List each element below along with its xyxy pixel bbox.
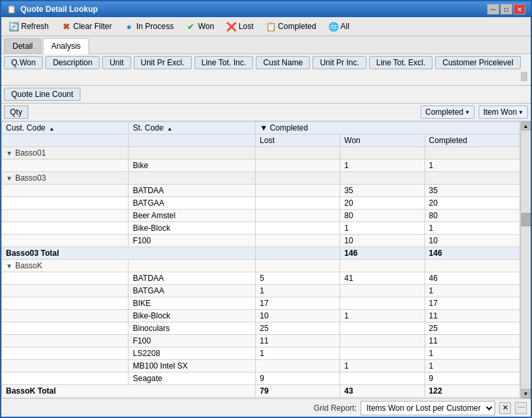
refresh-icon: 🔄 [9, 21, 19, 32]
table-row: BIKE 17 17 [2, 297, 520, 310]
lost-total-cell: 79 [255, 385, 340, 398]
tab-analysis[interactable]: Analysis [43, 38, 90, 54]
lost-cell [255, 172, 340, 185]
table-row: Bike 1 1 [2, 160, 520, 172]
won-cell [340, 172, 425, 185]
cust-code-cell [2, 210, 129, 222]
grid-report-dropdown[interactable]: Items Won or Lost per Customer Quote Sum… [361, 401, 495, 415]
col-header-completed[interactable]: Completed [425, 134, 519, 147]
col-header-st-code[interactable]: St. Code ▲ [129, 122, 255, 134]
cust-code-cell [2, 235, 129, 247]
cust-code-cell [2, 322, 129, 335]
table-row: LS2208 1 1 [2, 347, 520, 360]
cust-code-cell [2, 222, 129, 235]
in-process-icon: ● [124, 21, 134, 32]
expand-icon[interactable]: ▼ [6, 175, 13, 182]
sub-toolbar: Q.Won Description Unit Unit Pr Excl. Lin… [1, 54, 531, 86]
st-code-cell: Bike-Block [129, 310, 255, 322]
table-row: Beer Amstel 80 80 [2, 210, 520, 222]
quote-line-count-button[interactable]: Quote Line Count [4, 88, 80, 101]
cust-code-cell [2, 360, 129, 373]
col-header-won[interactable]: Won [340, 134, 425, 147]
table-row: BATDAA 35 35 [2, 185, 520, 197]
qty-label: Qty [4, 105, 28, 119]
in-process-button[interactable]: ● In Process [119, 19, 179, 34]
lost-button[interactable]: ❌ Lost [222, 19, 258, 34]
maximize-button[interactable]: □ [500, 4, 512, 15]
completed-filter-arrow-icon: ▼ [465, 109, 470, 115]
completed-filter-button[interactable]: Completed ▼ [421, 105, 475, 119]
all-button[interactable]: 🌐 All [324, 19, 354, 34]
completed-cell [425, 147, 519, 160]
cust-name-button[interactable]: Cust Name [256, 56, 310, 69]
unit-pr-excl-button[interactable]: Unit Pr Excl. [134, 56, 192, 69]
table-row: BATGAA 1 1 [2, 285, 520, 297]
completed-button[interactable]: 📋 Completed [261, 19, 321, 34]
col-header-cust-code[interactable]: Cust. Code ▲ [2, 122, 129, 134]
completed-total-cell: 122 [425, 385, 519, 398]
won-cell [340, 297, 425, 310]
line-tot-excl-button[interactable]: Line Tot. Excl. [369, 56, 432, 69]
all-icon: 🌐 [328, 21, 339, 32]
table-row: Binoculars 25 25 [2, 322, 520, 335]
scroll-up-button[interactable]: ▲ [521, 121, 531, 131]
grid-report-menu-button[interactable]: ⋯ [515, 402, 527, 414]
completed-cell: 80 [425, 210, 519, 222]
st-code-cell: BATGAA [129, 197, 255, 210]
grid-scroll[interactable]: Cust. Code ▲ St. Code ▲ ▼ Completed [1, 121, 520, 398]
unit-pr-incl-button[interactable]: Unit Pr Inc. [312, 56, 366, 69]
st-code-cell: BATDAA [129, 272, 255, 285]
col-header-st-code-spacer [129, 134, 255, 147]
won-button[interactable]: ✔ Won [181, 19, 218, 34]
qwon-button[interactable]: Q.Won [4, 56, 43, 69]
st-code-cell: Seagate [129, 373, 255, 385]
st-code-cell: Bike [129, 160, 255, 172]
lost-cell: 17 [255, 297, 340, 310]
table-row: MB100 Intel SX 1 1 [2, 360, 520, 373]
vertical-scrollbar[interactable]: ▲ ▼ [520, 121, 531, 398]
close-button[interactable]: ✕ [514, 4, 525, 15]
completed-cell: 1 [425, 360, 519, 373]
grid-report-label: Grid Report: [314, 403, 357, 413]
minimize-button[interactable]: ─ [487, 4, 499, 15]
unit-button[interactable]: Unit [102, 56, 131, 69]
lost-cell [255, 235, 340, 247]
completed-label: Completed [278, 22, 316, 31]
table-row: ▼Basso01 [2, 147, 520, 160]
won-total-cell: 146 [340, 247, 425, 260]
st-code-cell: F100 [129, 335, 255, 347]
won-cell: 80 [340, 210, 425, 222]
window-icon: 📋 [7, 5, 16, 14]
completed-cell: 1 [425, 285, 519, 297]
clear-filter-icon: ✖ [61, 21, 71, 32]
expand-icon[interactable]: ▼ [6, 262, 13, 270]
completed-cell: 35 [425, 185, 519, 197]
line-tot-incl-button[interactable]: Line Tot. Inc. [194, 56, 254, 69]
expand-icon[interactable]: ▼ [6, 150, 13, 157]
lost-cell [255, 197, 340, 210]
col-header-cust-code-spacer [2, 134, 129, 147]
grid-report-clear-button[interactable]: ✕ [499, 402, 511, 414]
main-content: Qty Completed ▼ Item Won ▼ Cust. Code ▲ [1, 104, 531, 398]
scroll-down-button[interactable]: ▼ [521, 389, 531, 398]
table-row: ▼Basso03 [2, 172, 520, 185]
customer-pricelevel-button[interactable]: Customer Pricelevel [435, 56, 520, 69]
lost-icon: ❌ [226, 21, 237, 32]
scroll-thumb[interactable] [521, 213, 531, 226]
cust-code-cell [2, 197, 129, 210]
completed-icon: 📋 [266, 21, 276, 32]
table-row-total: BassoK Total 79 43 122 [2, 385, 520, 398]
won-cell: 35 [340, 185, 425, 197]
st-code-cell: LS2208 [129, 347, 255, 360]
table-row: BATGAA 20 20 [2, 197, 520, 210]
description-button[interactable]: Description [45, 56, 100, 69]
won-cell [340, 147, 425, 160]
item-won-filter-button[interactable]: Item Won ▼ [479, 105, 528, 119]
col-header-lost[interactable]: Lost [255, 134, 340, 147]
clear-filter-button[interactable]: ✖ Clear Filter [56, 19, 117, 34]
refresh-button[interactable]: 🔄 Refresh [4, 19, 53, 34]
tabs-bar: Detail Analysis [1, 36, 531, 54]
lost-cell [255, 360, 340, 373]
tab-detail[interactable]: Detail [4, 38, 42, 53]
st-code-cell [129, 172, 255, 185]
